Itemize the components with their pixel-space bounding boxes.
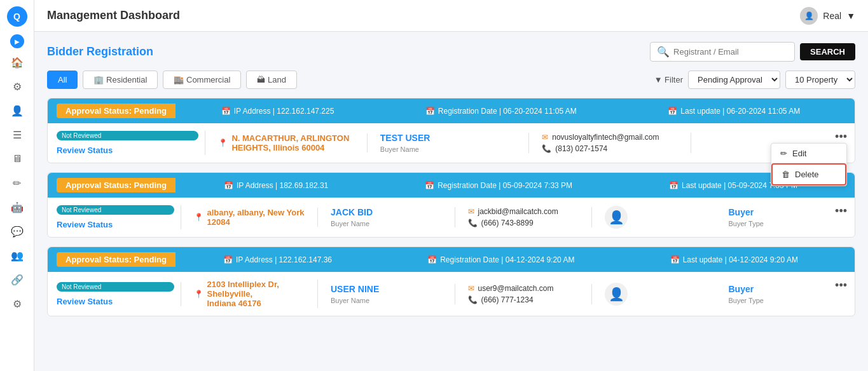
user-info: 👤 Real ▼ <box>800 7 855 25</box>
more-options-button[interactable]: ••• <box>835 205 847 218</box>
approval-status: Approval Status: Pending <box>57 104 176 118</box>
email-text: jackbid@mailcatch.com <box>478 207 558 216</box>
card-header-info: 📅 IP Address | 122.162.147.36 📅 Registra… <box>176 255 846 264</box>
buyer-type-icon: 👤 <box>605 206 628 229</box>
sidebar-item-groups[interactable]: 👥 <box>5 245 29 266</box>
location-text: N. MACARTHUR, ARLINGTONHEIGHTS, Illinois… <box>231 133 349 152</box>
avatar: 👤 <box>800 7 818 25</box>
buyer-type-name: Buyer <box>729 207 846 217</box>
contact-col: ✉ user9@mailcatch.com 📞 (666) 777-1234 <box>468 284 593 304</box>
location-text: 2103 Intelliplex Dr, Shelbyville,Indiana… <box>207 280 312 308</box>
sidebar-toggle[interactable]: ▶ <box>10 34 24 48</box>
registration-card: Approval Status: Pending 📅 IP Address | … <box>47 98 855 163</box>
search-button[interactable]: SEARCH <box>800 43 855 60</box>
user-dropdown-icon[interactable]: ▼ <box>846 11 855 21</box>
filter-label: ▼ Filter <box>654 75 683 84</box>
bidder-registration-title: Bidder Registration <box>47 45 153 58</box>
phone-text: (666) 743-8899 <box>481 219 534 227</box>
edit-icon: ✏ <box>780 149 787 158</box>
buyer-type-col: 👤 <box>605 206 722 229</box>
review-status-link[interactable]: Review Status <box>57 145 198 155</box>
email-icon: ✉ <box>468 207 474 216</box>
content-area: Bidder Registration 🔍 SEARCH All 🏢 Resid… <box>34 32 868 371</box>
buyer-col: JACK BID Buyer Name <box>331 207 455 227</box>
approval-status: Approval Status: Pending <box>57 252 176 267</box>
sidebar-item-user[interactable]: 👤 <box>5 100 29 121</box>
phone-row: 📞 (666) 743-8899 <box>468 219 586 227</box>
last-update-info: 📅 Last update | 04-12-2024 9:20 AM <box>670 255 798 264</box>
buyer-label: Buyer Name <box>331 297 448 304</box>
buyer-type-icon: 👤 <box>605 283 628 306</box>
search-input[interactable] <box>673 47 788 57</box>
email-text: user9@mailcatch.com <box>478 284 554 293</box>
sidebar-item-list[interactable]: ☰ <box>5 125 29 145</box>
location-text: albany, albany, New York 12084 <box>207 208 312 227</box>
reg-date-text: Registration Date | 04-12-2024 9:20 AM <box>440 255 574 264</box>
not-reviewed-badge: Not Reviewed <box>57 205 174 215</box>
filter-residential[interactable]: 🏢 Residential <box>83 71 158 89</box>
review-status-link[interactable]: Review Status <box>57 297 174 306</box>
phone-row: 📞 (813) 027-1574 <box>542 144 684 153</box>
calendar-icon: 📅 <box>221 107 231 116</box>
filter-commercial[interactable]: 🏬 Commercial <box>163 71 241 89</box>
last-update-info: 📅 Last update | 06-20-2024 11:05 AM <box>668 107 800 116</box>
sidebar-item-home[interactable]: 🏠 <box>5 52 29 72</box>
calendar-icon: 📅 <box>669 181 679 190</box>
location-row: 📍 albany, albany, New York 12084 <box>194 208 312 227</box>
not-reviewed-badge: Not Reviewed <box>57 282 174 292</box>
status-filter: ▼ Filter Pending Approval 10 Property <box>654 71 855 89</box>
header: Management Dashboard 👤 Real ▼ <box>34 0 868 32</box>
more-options-button[interactable]: ••• <box>835 130 847 144</box>
delete-icon: 🗑 <box>782 170 790 179</box>
contact-col: ✉ novusloyaltyfintech@gmail.com 📞 (813) … <box>542 133 691 153</box>
phone-text: (813) 027-1574 <box>555 144 607 153</box>
registration-card: Approval Status: Pending 📅 IP Address | … <box>47 246 855 316</box>
card-header: Approval Status: Pending 📅 IP Address | … <box>48 173 855 198</box>
sidebar-item-link[interactable]: 🔗 <box>5 269 29 290</box>
filter-right: 🔍 SEARCH <box>650 42 855 62</box>
status-select[interactable]: Pending Approval <box>688 71 780 89</box>
edit-menu-item[interactable]: ✏ Edit <box>771 144 846 163</box>
ip-info: 📅 IP Address | 182.69.182.31 <box>224 181 328 190</box>
reg-date-info: 📅 Registration Date | 06-20-2024 11:05 A… <box>425 107 577 116</box>
edit-label: Edit <box>792 149 806 158</box>
app-logo[interactable]: Q <box>7 6 27 27</box>
buyer-type-name: Buyer <box>729 284 846 294</box>
buyer-name: JACK BID <box>331 207 448 217</box>
buyer-col: TEST USER Buyer Name <box>380 133 529 153</box>
sidebar-item-monitor[interactable]: 🖥 <box>5 149 29 169</box>
status-col: Not Reviewed Review Status <box>57 282 181 306</box>
email-text: novusloyaltyfintech@gmail.com <box>552 133 659 142</box>
phone-row: 📞 (666) 777-1234 <box>468 295 586 304</box>
card-header: Approval Status: Pending 📅 IP Address | … <box>48 247 855 272</box>
email-row: ✉ novusloyaltyfintech@gmail.com <box>542 133 684 142</box>
ip-text: IP Address | 122.162.147.225 <box>234 107 334 116</box>
status-col: Not Reviewed Review Status <box>57 205 181 229</box>
property-select[interactable]: 10 Property <box>785 71 855 89</box>
phone-text: (666) 777-1234 <box>481 295 534 304</box>
calendar-icon: 📅 <box>224 181 233 190</box>
calendar-icon: 📅 <box>223 255 233 264</box>
type-filter-bar: All 🏢 Residential 🏬 Commercial 🏔 Land ▼ … <box>47 71 855 89</box>
review-status-link[interactable]: Review Status <box>57 220 174 229</box>
sidebar-item-settings[interactable]: ⚙ <box>5 76 29 97</box>
sidebar-item-edit[interactable]: ✏ <box>5 173 29 193</box>
sidebar-item-chat[interactable]: 💬 <box>5 221 29 241</box>
buyer-col: USER NINE Buyer Name <box>331 284 455 304</box>
approval-status: Approval Status: Pending <box>57 178 176 192</box>
ip-info: 📅 IP Address | 122.162.147.36 <box>223 255 332 264</box>
sidebar-item-robot[interactable]: 🤖 <box>5 197 29 217</box>
more-options-button[interactable]: ••• <box>835 279 847 292</box>
sidebar-item-config[interactable]: ⚙ <box>5 293 29 314</box>
search-icon: 🔍 <box>657 46 670 58</box>
card-header: Approval Status: Pending 📅 IP Address | … <box>48 98 855 123</box>
last-update-text: Last update | 06-20-2024 11:05 AM <box>680 107 800 116</box>
filter-all[interactable]: All <box>47 71 78 89</box>
buyer-type-col: 👤 <box>605 283 722 306</box>
filter-land[interactable]: 🏔 Land <box>246 71 297 89</box>
buyer-name: USER NINE <box>331 284 448 294</box>
delete-menu-item[interactable]: 🗑 Delete <box>771 163 846 186</box>
buyer-label: Buyer Name <box>380 145 522 153</box>
email-icon: ✉ <box>468 284 474 293</box>
not-reviewed-badge: Not Reviewed <box>57 131 198 140</box>
